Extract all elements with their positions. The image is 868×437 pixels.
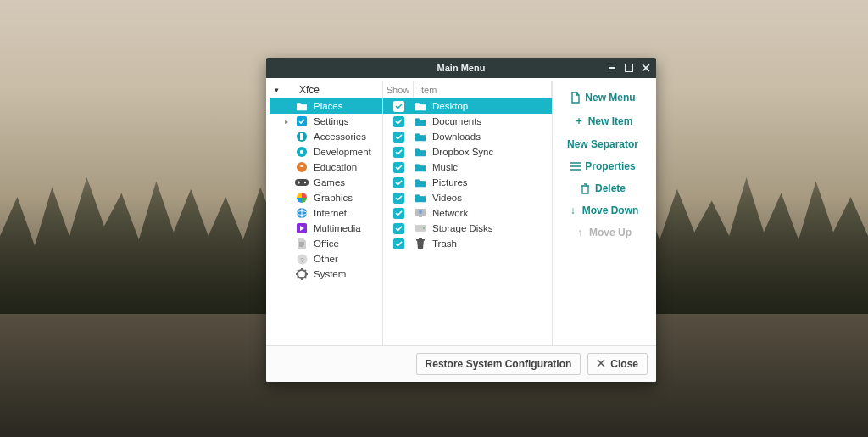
show-checkbox[interactable]: [388, 147, 409, 158]
category-label: Settings: [314, 116, 349, 126]
item-pictures[interactable]: Pictures: [383, 175, 552, 190]
show-checkbox[interactable]: [388, 223, 409, 234]
delete-button[interactable]: Delete: [580, 181, 626, 196]
show-checkbox[interactable]: [388, 162, 409, 173]
new-separator-button[interactable]: New Separator: [567, 137, 638, 152]
item-label: Documents: [432, 116, 481, 126]
games-icon: [295, 176, 309, 189]
item-music[interactable]: Music: [383, 160, 552, 175]
category-label: Accessories: [314, 132, 366, 142]
category-label: Office: [314, 238, 339, 249]
svg-point-16: [419, 210, 422, 214]
chevron-right-icon: ▸: [283, 118, 290, 126]
folder-icon: [414, 145, 427, 159]
network-icon: [414, 206, 427, 220]
svg-point-7: [304, 182, 306, 183]
category-office[interactable]: Office: [270, 236, 382, 251]
column-show-header[interactable]: Show: [383, 81, 414, 98]
show-checkbox[interactable]: [388, 208, 409, 219]
show-checkbox[interactable]: [388, 193, 409, 204]
item-videos[interactable]: Videos: [383, 190, 552, 205]
category-accessories[interactable]: Accessories: [270, 129, 382, 144]
column-item-header[interactable]: Item: [414, 81, 552, 98]
tree-root-label: Xfce: [299, 84, 320, 96]
category-label: Multimedia: [314, 223, 361, 233]
category-graphics[interactable]: Graphics: [270, 190, 382, 205]
svg-point-4: [300, 150, 303, 154]
category-development[interactable]: Development: [270, 144, 382, 160]
folder-icon: [414, 160, 427, 174]
item-downloads[interactable]: Downloads: [383, 129, 552, 144]
category-label: System: [314, 269, 346, 279]
window-minimize-button[interactable]: [605, 61, 619, 75]
item-documents[interactable]: Documents: [383, 114, 552, 129]
category-places[interactable]: Places: [270, 98, 382, 114]
development-icon: [295, 145, 309, 159]
item-label: Trash: [432, 238, 457, 249]
disk-icon: [414, 221, 427, 235]
folder-icon: [414, 191, 427, 204]
item-label: Downloads: [432, 132, 481, 142]
item-label: Dropbox Sync: [432, 147, 493, 157]
close-button[interactable]: Close: [587, 353, 648, 375]
item-storage-disks[interactable]: Storage Disks: [383, 221, 552, 236]
window-maximize-button[interactable]: [622, 61, 636, 75]
list-icon: [570, 162, 581, 171]
graphics-icon: [295, 191, 309, 204]
multimedia-icon: [295, 221, 309, 235]
properties-button[interactable]: Properties: [570, 159, 635, 174]
category-label: Places: [314, 101, 343, 111]
svg-text:?: ?: [300, 255, 304, 263]
category-label: Development: [314, 147, 371, 157]
svg-rect-20: [416, 239, 425, 241]
folder-icon: [414, 115, 427, 128]
item-desktop[interactable]: Desktop: [383, 98, 552, 114]
move-up-button: ↑ Move Up: [574, 225, 632, 240]
item-label: Desktop: [432, 101, 468, 111]
plus-icon: ＋: [573, 114, 585, 128]
show-checkbox[interactable]: [388, 238, 409, 249]
item-label: Storage Disks: [432, 223, 493, 233]
item-label: Videos: [432, 193, 462, 203]
window-title: Main Menu: [437, 63, 486, 73]
tree-root[interactable]: ▾ Xfce: [270, 81, 382, 98]
move-down-button[interactable]: ↓ Move Down: [567, 203, 639, 218]
trash-icon: [414, 237, 427, 250]
system-icon: [295, 267, 309, 281]
new-item-button[interactable]: ＋ New Item: [573, 112, 633, 130]
category-multimedia[interactable]: Multimedia: [270, 221, 382, 236]
folder-icon: [414, 176, 427, 189]
item-trash[interactable]: Trash: [383, 236, 552, 251]
category-games[interactable]: Games: [270, 175, 382, 190]
category-settings[interactable]: ▸Settings: [270, 114, 382, 129]
titlebar[interactable]: Main Menu: [266, 58, 656, 78]
item-network[interactable]: Network: [383, 205, 552, 221]
window-close-button[interactable]: [639, 61, 653, 75]
show-checkbox[interactable]: [388, 132, 409, 143]
show-checkbox[interactable]: [388, 116, 409, 127]
new-menu-button[interactable]: New Menu: [570, 90, 635, 105]
category-other[interactable]: ?Other: [270, 251, 382, 266]
item-label: Network: [432, 208, 468, 218]
category-tree-pane: ▾ Xfce Places▸SettingsAccessoriesDevelop…: [270, 81, 383, 345]
show-checkbox[interactable]: [388, 101, 409, 112]
svg-rect-17: [419, 216, 422, 217]
item-dropbox-sync[interactable]: Dropbox Sync: [383, 144, 552, 160]
category-system[interactable]: System: [270, 266, 382, 282]
chevron-down-icon: ▾: [275, 86, 279, 94]
restore-configuration-button[interactable]: Restore System Configuration: [416, 353, 581, 375]
svg-point-19: [423, 227, 425, 229]
category-education[interactable]: Education: [270, 160, 382, 175]
trash-icon: [580, 183, 592, 194]
office-icon: [295, 237, 309, 250]
item-label: Pictures: [432, 177, 468, 188]
svg-rect-21: [419, 238, 422, 240]
svg-rect-2: [300, 133, 303, 140]
category-internet[interactable]: Internet: [270, 205, 382, 221]
settings-icon: [295, 115, 309, 128]
arrow-up-icon: ↑: [574, 227, 586, 238]
show-checkbox[interactable]: [388, 177, 409, 188]
main-menu-editor-window: Main Menu ▾ Xfce Places▸SettingsAccessor…: [266, 58, 656, 382]
item-label: Music: [432, 162, 458, 172]
folder-icon: [295, 99, 309, 113]
